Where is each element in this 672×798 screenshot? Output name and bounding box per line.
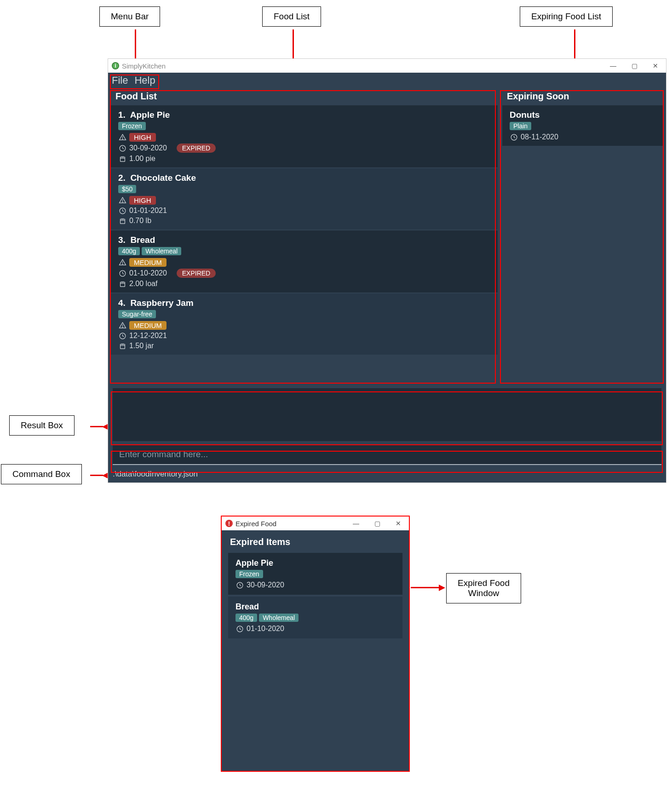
main-window: i SimplyKitchen — ▢ ✕ File Help Food Lis… xyxy=(108,58,666,483)
svg-rect-23 xyxy=(120,282,125,287)
warning-icon xyxy=(118,321,126,330)
close-button[interactable]: ✕ xyxy=(388,517,409,530)
callout-command-box: Command Box xyxy=(1,464,82,484)
expired-card[interactable]: Bread400gWholemeal01-10-2020 xyxy=(228,597,402,638)
expiring-panel: Expiring Soon DonutsPlain08-11-2020 xyxy=(502,88,663,379)
status-bar: .\data\foodInventory.json xyxy=(108,468,666,482)
tag: Sugar-free xyxy=(118,310,156,318)
priority-badge: MEDIUM xyxy=(129,321,167,330)
food-card[interactable]: 2. Chocolate Cake$50HIGH01-01-2021 0.70 … xyxy=(111,168,498,230)
tag: $50 xyxy=(118,185,136,193)
arrow-line xyxy=(90,426,103,427)
svg-rect-14 xyxy=(120,219,125,224)
result-box xyxy=(113,388,661,441)
tag: Wholemeal xyxy=(259,614,299,622)
food-date: 12-12-2021 xyxy=(129,332,167,340)
quantity-icon xyxy=(118,217,126,225)
expiring-name: Donuts xyxy=(510,110,656,120)
tag: Frozen xyxy=(235,570,263,578)
food-date: 01-01-2021 xyxy=(129,207,167,215)
minimize-button[interactable]: — xyxy=(603,59,624,73)
titlebar: i SimplyKitchen — ▢ ✕ xyxy=(108,59,666,73)
food-card[interactable]: 3. Bread400gWholemealMEDIUM01-10-2020 EX… xyxy=(111,230,498,293)
food-qty: 0.70 lb xyxy=(129,217,151,225)
command-input[interactable]: Enter command here... xyxy=(113,445,661,465)
svg-line-31 xyxy=(122,336,124,336)
food-qty: 1.00 pie xyxy=(129,155,155,163)
food-list-header: Food List xyxy=(111,88,498,105)
expired-item-name: Bread xyxy=(235,602,395,612)
clock-icon xyxy=(235,625,244,633)
food-qty: 2.00 loaf xyxy=(129,280,157,288)
expiring-card[interactable]: DonutsPlain08-11-2020 xyxy=(502,105,663,146)
tag: Wholemeal xyxy=(142,247,181,255)
svg-rect-5 xyxy=(120,157,125,161)
clock-icon xyxy=(118,332,126,340)
quantity-icon xyxy=(118,342,126,350)
food-title: 1. Apple Pie xyxy=(118,110,490,120)
expired-item-name: Apple Pie xyxy=(235,558,395,568)
svg-line-41 xyxy=(240,585,241,586)
food-list-scroll[interactable]: 1. Apple PieFrozenHIGH30-09-2020 EXPIRED… xyxy=(111,105,498,379)
menu-file[interactable]: File xyxy=(112,75,128,86)
food-qty: 1.50 jar xyxy=(129,342,154,350)
expired-items-header: Expired Items xyxy=(228,533,402,553)
expired-badge: EXPIRED xyxy=(177,144,216,153)
expired-card[interactable]: Apple PieFrozen30-09-2020 xyxy=(228,553,402,595)
clock-icon xyxy=(118,269,126,277)
quantity-icon xyxy=(118,155,126,163)
arrow-head xyxy=(439,585,445,591)
svg-line-44 xyxy=(240,629,241,629)
svg-line-38 xyxy=(514,137,515,138)
arrow-line xyxy=(411,587,440,588)
expired-item-date: 30-09-2020 xyxy=(247,581,284,589)
svg-rect-32 xyxy=(120,344,125,349)
expiring-date: 08-11-2020 xyxy=(521,133,558,141)
callout-expiring-list: Expiring Food List xyxy=(520,6,613,27)
food-title: 2. Chocolate Cake xyxy=(118,173,490,183)
alert-icon: ! xyxy=(225,520,233,527)
priority-badge: HIGH xyxy=(129,196,156,205)
quantity-icon xyxy=(118,280,126,288)
close-button[interactable]: ✕ xyxy=(645,59,666,73)
clock-icon xyxy=(510,133,518,141)
expired-window-title: Expired Food xyxy=(235,520,276,528)
callout-expired-window: Expired Food Window xyxy=(446,573,521,603)
tag: 400g xyxy=(118,247,140,255)
priority-badge: HIGH xyxy=(129,133,156,142)
clock-icon xyxy=(235,581,244,589)
minimize-button[interactable]: — xyxy=(345,517,367,530)
svg-line-4 xyxy=(122,148,124,149)
food-card[interactable]: 4. Raspberry JamSugar-freeMEDIUM12-12-20… xyxy=(111,293,498,355)
food-list-panel: Food List 1. Apple PieFrozenHIGH30-09-20… xyxy=(111,88,498,379)
menu-help[interactable]: Help xyxy=(134,75,155,86)
arrow-line xyxy=(90,475,103,476)
food-title: 3. Bread xyxy=(118,235,490,245)
svg-point-19 xyxy=(122,264,122,264)
svg-line-22 xyxy=(122,273,124,274)
expiring-header: Expiring Soon xyxy=(502,88,663,105)
priority-badge: MEDIUM xyxy=(129,258,167,267)
svg-line-13 xyxy=(122,211,124,211)
warning-icon xyxy=(118,196,126,205)
callout-menu-bar: Menu Bar xyxy=(99,6,160,27)
expired-item-date: 01-10-2020 xyxy=(247,625,284,633)
svg-point-28 xyxy=(122,327,122,327)
food-title: 4. Raspberry Jam xyxy=(118,298,490,308)
warning-icon xyxy=(118,133,126,142)
food-date: 01-10-2020 xyxy=(129,269,167,277)
svg-point-10 xyxy=(122,201,122,202)
expired-food-window: ! Expired Food — ▢ ✕ Expired Items Apple… xyxy=(221,516,410,772)
tag: 400g xyxy=(235,614,257,622)
clock-icon xyxy=(118,207,126,215)
app-icon: i xyxy=(112,62,119,69)
menubar: File Help xyxy=(108,73,666,88)
expired-badge: EXPIRED xyxy=(177,269,216,278)
expired-titlebar: ! Expired Food — ▢ ✕ xyxy=(222,517,409,530)
clock-icon xyxy=(118,144,126,152)
callout-food-list: Food List xyxy=(262,6,321,27)
food-card[interactable]: 1. Apple PieFrozenHIGH30-09-2020 EXPIRED… xyxy=(111,105,498,167)
maximize-button[interactable]: ▢ xyxy=(624,59,645,73)
tag: Plain xyxy=(510,122,531,130)
maximize-button[interactable]: ▢ xyxy=(367,517,388,530)
